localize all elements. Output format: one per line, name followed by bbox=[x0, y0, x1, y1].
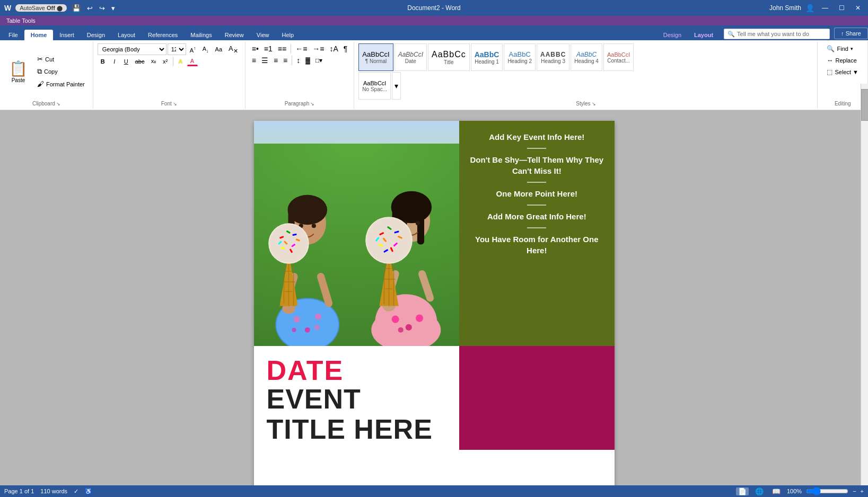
para-row2: ≡ ☰ ≡ ≡ ↕ ▓ □▾ bbox=[250, 55, 325, 66]
subscript-btn[interactable]: x₂ bbox=[148, 57, 159, 66]
find-button[interactable]: 🔍 Find ▾ bbox=[822, 43, 863, 54]
font-color-btn[interactable]: A bbox=[187, 57, 198, 66]
info-item-5[interactable]: You Have Room for Another One Here! bbox=[468, 234, 606, 256]
web-layout-btn[interactable]: 🌐 bbox=[753, 487, 766, 495]
style-date[interactable]: AaBbCcI Date bbox=[394, 43, 427, 71]
font-grow-btn[interactable]: A↑ bbox=[187, 45, 199, 55]
tab-table-design[interactable]: Design bbox=[657, 30, 688, 40]
minimize-btn[interactable]: — bbox=[819, 3, 831, 13]
italic-btn[interactable]: I bbox=[109, 57, 120, 66]
bottom-left-cell[interactable]: DATE EVENT TITLE HERE bbox=[254, 346, 460, 450]
undo-qa-btn[interactable]: ↩ bbox=[86, 4, 94, 13]
tab-view[interactable]: View bbox=[250, 30, 276, 40]
account-icon[interactable]: 👤 bbox=[805, 4, 814, 12]
decrease-indent-btn[interactable]: ←≡ bbox=[293, 43, 309, 54]
align-right-btn[interactable]: ≡ bbox=[271, 55, 280, 66]
font-shrink-btn[interactable]: A↓ bbox=[200, 45, 212, 55]
copy-button[interactable]: ⧉ Copy bbox=[33, 66, 89, 77]
tab-layout[interactable]: Layout bbox=[111, 30, 142, 40]
underline-btn[interactable]: U bbox=[121, 57, 131, 66]
read-mode-btn[interactable]: 📖 bbox=[770, 487, 783, 495]
tab-mailings[interactable]: Mailings bbox=[184, 30, 218, 40]
strikethrough-btn[interactable]: abc bbox=[133, 57, 147, 66]
zoom-slider[interactable] bbox=[806, 488, 848, 494]
borders-btn[interactable]: □▾ bbox=[313, 56, 325, 65]
paste-button[interactable]: 📋 Paste bbox=[4, 57, 32, 86]
info-item-2[interactable]: Don't Be Shy—Tell Them Why They Can't Mi… bbox=[468, 154, 606, 176]
save-qa-btn[interactable]: 💾 bbox=[71, 4, 82, 13]
superscript-btn[interactable]: x² bbox=[160, 57, 171, 66]
info-item-3[interactable]: One More Point Here! bbox=[468, 188, 606, 199]
cut-button[interactable]: ✂ Cut bbox=[33, 54, 89, 65]
share-btn[interactable]: ↑ Share bbox=[834, 28, 868, 39]
increase-indent-btn[interactable]: →≡ bbox=[310, 43, 326, 54]
show-hide-btn[interactable]: ¶ bbox=[341, 43, 350, 54]
shading-btn[interactable]: ▓ bbox=[303, 56, 312, 65]
zoom-in-btn[interactable]: + bbox=[861, 488, 864, 494]
tab-file[interactable]: File bbox=[2, 30, 24, 40]
format-painter-button[interactable]: 🖌 Format Painter bbox=[33, 78, 89, 90]
info-item-4[interactable]: Add More Great Info Here! bbox=[468, 211, 606, 222]
sort-btn[interactable]: ↕A bbox=[327, 43, 340, 54]
info-item-1[interactable]: Add Key Event Info Here! bbox=[468, 131, 606, 143]
select-button[interactable]: ⬚ Select ▼ bbox=[822, 67, 863, 77]
replace-button[interactable]: ↔ Replace bbox=[822, 55, 863, 66]
justify-btn[interactable]: ≡ bbox=[281, 55, 290, 66]
align-center-btn[interactable]: ☰ bbox=[259, 55, 270, 66]
clipboard-content: 📋 Paste ✂ Cut ⧉ Copy 🖌 Format Painter bbox=[4, 43, 89, 100]
style-contact[interactable]: AaBbCcI Contact... bbox=[603, 43, 634, 71]
numbering-btn[interactable]: ≡1 bbox=[262, 43, 275, 54]
tab-insert[interactable]: Insert bbox=[53, 30, 81, 40]
clear-formatting-btn[interactable]: A✕ bbox=[226, 43, 241, 56]
close-btn[interactable]: ✕ bbox=[852, 3, 864, 13]
bold-btn[interactable]: B bbox=[98, 57, 108, 66]
clipboard-expand-icon[interactable]: ↘ bbox=[56, 101, 60, 106]
style-heading2[interactable]: AaBbC Heading 2 bbox=[504, 43, 536, 71]
style-heading4[interactable]: AaBbC Heading 4 bbox=[571, 43, 602, 71]
tab-table-layout[interactable]: Layout bbox=[688, 30, 720, 40]
line-spacing-btn[interactable]: ↕ bbox=[294, 55, 302, 66]
font-name-selector[interactable]: Georgia (Body bbox=[98, 43, 166, 55]
ribbon: 📋 Paste ✂ Cut ⧉ Copy 🖌 Format Painter bbox=[0, 40, 868, 110]
autosave-state: Off bbox=[47, 5, 55, 11]
style-title[interactable]: AaBbCc Title bbox=[428, 43, 470, 71]
scrollbar[interactable] bbox=[861, 84, 868, 485]
redo-qa-btn[interactable]: ↪ bbox=[98, 4, 106, 13]
change-case-btn[interactable]: Aa bbox=[213, 45, 225, 54]
style-heading1[interactable]: AaBbC Heading 1 bbox=[471, 43, 503, 71]
editing-label: Editing bbox=[822, 100, 863, 106]
divider-2 bbox=[527, 182, 546, 183]
tab-references[interactable]: References bbox=[142, 30, 184, 40]
svg-point-24 bbox=[269, 224, 308, 263]
scrollbar-thumb[interactable] bbox=[861, 89, 868, 121]
maximize-btn[interactable]: ☐ bbox=[836, 3, 848, 13]
style-heading3[interactable]: AABBC Heading 3 bbox=[537, 43, 569, 71]
bullets-btn[interactable]: ≡• bbox=[250, 43, 261, 54]
table-tools-bar: Table Tools bbox=[0, 16, 868, 25]
tab-design[interactable]: Design bbox=[81, 30, 111, 40]
tab-home[interactable]: Home bbox=[24, 30, 54, 40]
style-normal[interactable]: AaBbCcI ¶ Normal bbox=[358, 43, 393, 71]
zoom-out-btn[interactable]: − bbox=[853, 488, 856, 494]
paragraph-expand-icon[interactable]: ↘ bbox=[310, 101, 314, 106]
print-layout-btn[interactable]: 📄 bbox=[736, 487, 749, 495]
tell-me-input[interactable]: 🔍 Tell me what you want to do bbox=[724, 29, 830, 39]
svg-point-45 bbox=[415, 221, 419, 225]
tab-help[interactable]: Help bbox=[275, 30, 300, 40]
info-text-2: Don't Be Shy—Tell Them Why They Can't Mi… bbox=[468, 154, 606, 176]
align-left-btn[interactable]: ≡ bbox=[250, 55, 258, 66]
proofing-btn[interactable]: ✓ bbox=[74, 488, 78, 495]
font-label: Font ↘ bbox=[98, 100, 241, 106]
autosave-toggle[interactable]: AutoSave Off ⬤ bbox=[15, 4, 67, 12]
styles-more-btn[interactable]: ▾ bbox=[392, 72, 401, 100]
text-highlight-btn[interactable]: A bbox=[176, 57, 186, 66]
multilevel-btn[interactable]: ≡≡ bbox=[276, 43, 288, 54]
style-nospacing[interactable]: AaBbCcI No Spac... bbox=[358, 72, 391, 100]
qa-dropdown-btn[interactable]: ▾ bbox=[110, 4, 116, 13]
tab-review[interactable]: Review bbox=[218, 30, 250, 40]
accessibility-btn[interactable]: ♿ bbox=[85, 488, 92, 495]
styles-expand-icon[interactable]: ↘ bbox=[592, 101, 596, 106]
font-expand-icon[interactable]: ↘ bbox=[173, 101, 177, 106]
font-size-selector[interactable]: 12 bbox=[168, 43, 186, 55]
info-text-1: Add Key Event Info Here! bbox=[468, 131, 606, 143]
